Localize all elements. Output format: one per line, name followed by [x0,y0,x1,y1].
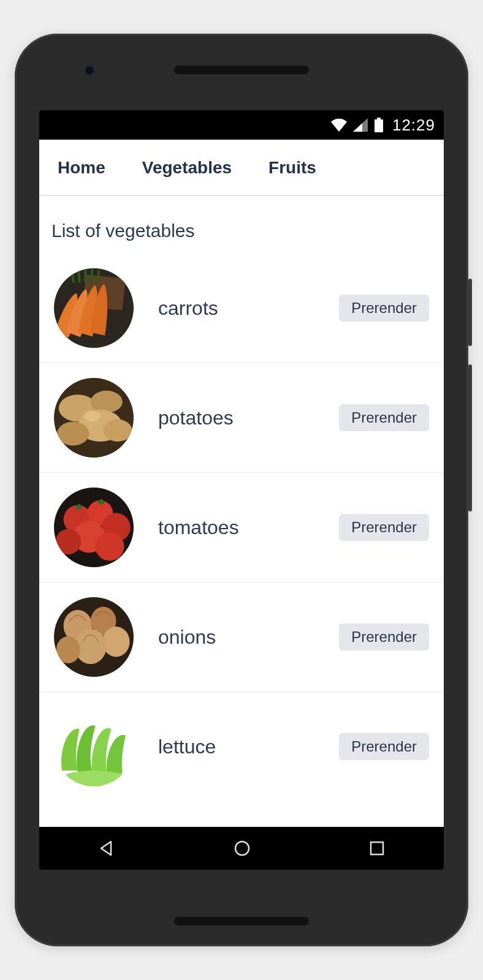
item-thumb-lettuce [54,707,134,786]
status-time: 12:29 [392,116,435,135]
svg-point-22 [84,410,100,421]
item-thumb-potatoes [54,378,134,458]
svg-point-37 [56,636,80,663]
item-name: potatoes [158,407,314,429]
prerender-button[interactable]: Prerender [339,514,429,541]
list-item[interactable]: lettuce Prerender [39,692,444,801]
top-nav: Home Vegetables Fruits [39,140,444,196]
svg-marker-41 [101,842,111,855]
item-name: lettuce [158,736,314,758]
svg-point-21 [104,420,132,442]
battery-icon [374,118,384,132]
prerender-button[interactable]: Prerender [339,295,429,322]
phone-frame: 12:29 Home Vegetables Fruits List of veg… [15,34,468,946]
list-item[interactable]: tomatoes Prerender [39,473,444,582]
app-body: Home Vegetables Fruits List of vegetable… [39,140,444,827]
prerender-button[interactable]: Prerender [339,624,429,650]
list-item[interactable]: onions Prerender [39,582,444,692]
svg-point-29 [56,529,82,555]
cell-signal-icon [353,118,368,132]
item-thumb-tomatoes [54,488,134,567]
status-bar: 12:29 [39,110,444,140]
svg-point-30 [96,532,124,561]
system-nav-bar [39,827,444,870]
svg-rect-43 [371,842,383,854]
svg-point-35 [102,627,129,657]
list-item[interactable]: carrots Prerender [39,254,444,363]
nav-back-icon[interactable] [97,839,116,858]
svg-point-20 [57,422,89,446]
vegetable-list: carrots Prerender potatoes Prerender [39,254,444,801]
nav-home-icon[interactable] [233,839,251,858]
prerender-button[interactable]: Prerender [339,733,429,760]
svg-point-18 [91,391,123,413]
svg-point-42 [235,842,249,855]
svg-rect-5 [377,118,381,119]
nav-fruits[interactable]: Fruits [268,158,316,178]
nav-home[interactable]: Home [58,158,105,178]
wifi-icon [331,118,347,132]
item-name: carrots [158,297,314,320]
page-title: List of vegetables [39,196,444,254]
prerender-button[interactable]: Prerender [339,404,429,431]
svg-rect-12 [84,268,86,282]
screen: 12:29 Home Vegetables Fruits List of veg… [39,110,444,870]
nav-vegetables[interactable]: Vegetables [142,158,232,178]
list-item[interactable]: potatoes Prerender [39,363,444,473]
item-thumb-carrots [54,268,134,348]
item-name: tomatoes [158,516,314,539]
item-thumb-onions [54,597,134,677]
nav-recents-icon[interactable] [368,840,386,857]
item-name: onions [158,626,314,649]
svg-rect-6 [375,119,383,132]
